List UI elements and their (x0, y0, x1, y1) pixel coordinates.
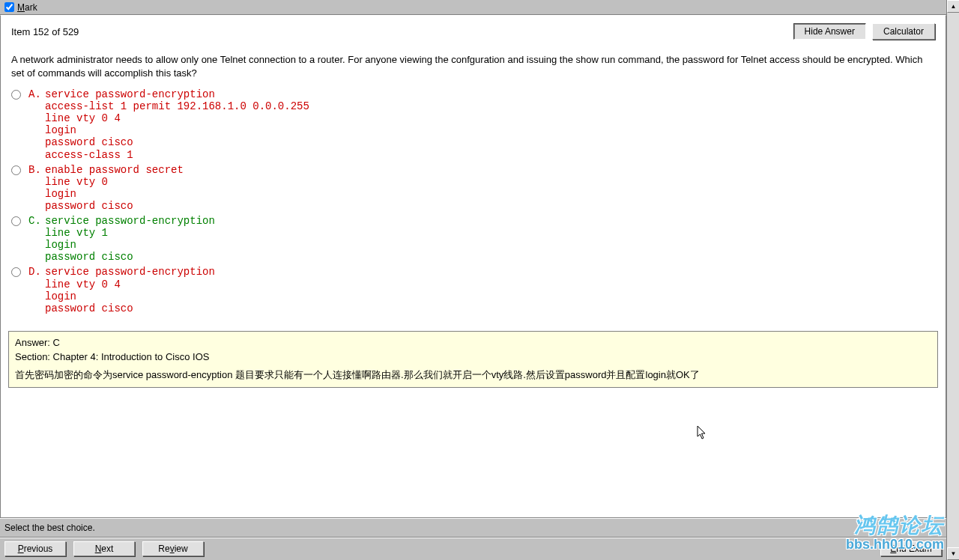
answer-box: Answer: C Section: Chapter 4: Introducti… (8, 331, 938, 389)
option-c[interactable]: C. service password-encryption line vty … (11, 215, 935, 263)
mark-label: Mark (17, 2, 37, 13)
answer-line: Answer: C (15, 336, 931, 350)
answer-explanation: 首先密码加密的命令为service password-encyption 题目要… (15, 368, 931, 383)
instruction-bar: Select the best choice. (0, 518, 946, 538)
option-letter: A. (28, 88, 45, 161)
scroll-down-arrow-icon[interactable]: ▼ (947, 547, 959, 560)
next-button[interactable]: Next (73, 541, 135, 556)
answer-section: Section: Chapter 4: Introduction to Cisc… (15, 350, 931, 365)
option-d-radio[interactable] (11, 267, 21, 277)
content-area: Item 152 of 529 Hide Answer Calculator A… (0, 15, 946, 518)
vertical-scrollbar[interactable]: ▲ ▼ (946, 0, 959, 560)
review-button[interactable]: Review (142, 541, 204, 556)
option-letter: D. (28, 266, 45, 314)
mark-bar: Mark (0, 0, 946, 15)
bottom-bar: Previous Next Review End Exam (0, 538, 946, 559)
option-body: enable password secret line vty 0 login … (45, 164, 184, 212)
option-body: service password-encryption line vty 0 4… (45, 266, 215, 314)
option-letter: B. (28, 164, 45, 212)
option-letter: C. (28, 215, 45, 263)
option-b[interactable]: B. enable password secret line vty 0 log… (11, 164, 935, 212)
option-body: service password-encryption line vty 1 l… (45, 215, 215, 263)
option-a-radio[interactable] (11, 90, 21, 100)
calculator-button[interactable]: Calculator (872, 23, 935, 40)
scroll-up-arrow-icon[interactable]: ▲ (947, 0, 959, 13)
hide-answer-button[interactable]: Hide Answer (793, 23, 866, 40)
options-list: A. service password-encryption access-li… (1, 85, 946, 323)
option-a[interactable]: A. service password-encryption access-li… (11, 88, 935, 161)
mark-checkbox[interactable] (4, 2, 14, 12)
option-c-radio[interactable] (11, 216, 21, 226)
item-counter: Item 152 of 529 (11, 26, 793, 37)
option-body: service password-encryption access-list … (45, 88, 309, 161)
end-exam-button[interactable]: End Exam (880, 541, 942, 556)
option-b-radio[interactable] (11, 165, 21, 175)
option-d[interactable]: D. service password-encryption line vty … (11, 266, 935, 314)
question-text: A network administrator needs to allow o… (1, 40, 946, 85)
previous-button[interactable]: Previous (4, 541, 66, 556)
